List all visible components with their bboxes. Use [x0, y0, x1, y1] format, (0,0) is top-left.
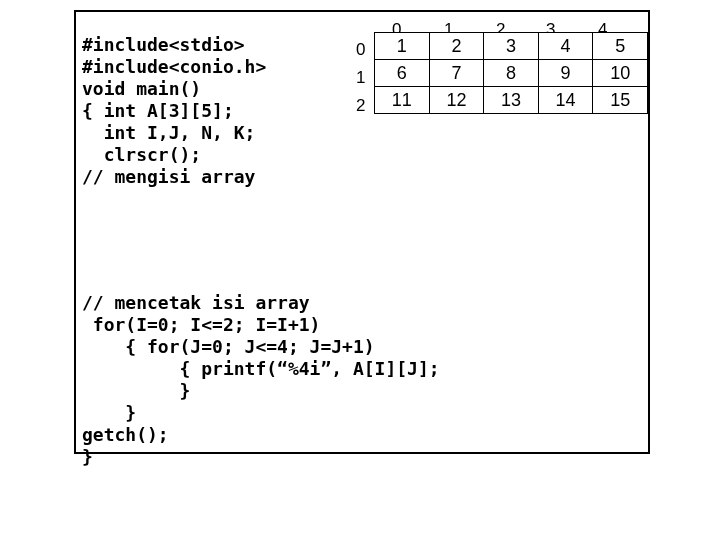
array-cell: 4 — [538, 33, 593, 60]
slide-frame: #include<stdio> #include<conio.h> void m… — [74, 10, 650, 454]
array-cell: 14 — [538, 87, 593, 114]
array-cell: 9 — [538, 60, 593, 87]
array-cell: 8 — [484, 60, 539, 87]
array-cell: 3 — [484, 33, 539, 60]
array-table: 1 2 3 4 5 6 7 8 9 10 11 12 13 14 15 — [374, 32, 648, 114]
code-block-top: #include<stdio> #include<conio.h> void m… — [82, 34, 266, 188]
row-index-2: 2 — [356, 96, 365, 116]
array-cell: 2 — [429, 33, 484, 60]
array-cell: 1 — [375, 33, 430, 60]
array-cell: 6 — [375, 60, 430, 87]
array-cell: 12 — [429, 87, 484, 114]
array-cell: 15 — [593, 87, 648, 114]
table-row: 11 12 13 14 15 — [375, 87, 648, 114]
array-cell: 11 — [375, 87, 430, 114]
array-cell: 10 — [593, 60, 648, 87]
table-row: 6 7 8 9 10 — [375, 60, 648, 87]
array-cell: 7 — [429, 60, 484, 87]
table-row: 1 2 3 4 5 — [375, 33, 648, 60]
code-block-bottom: // mencetak isi array for(I=0; I<=2; I=I… — [82, 292, 440, 468]
array-cell: 5 — [593, 33, 648, 60]
row-index-1: 1 — [356, 68, 365, 88]
row-index-0: 0 — [356, 40, 365, 60]
array-cell: 13 — [484, 87, 539, 114]
